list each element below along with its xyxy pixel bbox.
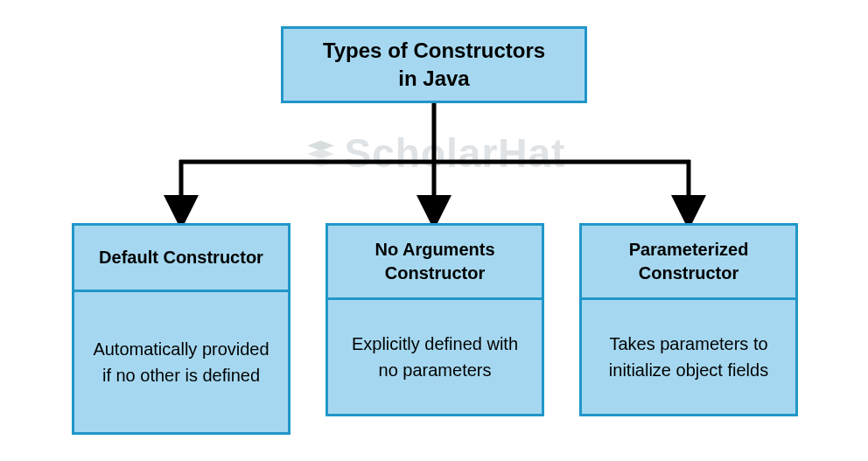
- diagram-container: ScholarHat Types of Constructors in Java…: [0, 0, 868, 461]
- root-title-line1: Types of Constructors: [323, 37, 545, 65]
- child-title: Default Constructor: [74, 226, 288, 292]
- child-box-no-args-constructor: No Arguments Constructor Explicitly defi…: [326, 223, 544, 416]
- child-title: No Arguments Constructor: [328, 226, 542, 300]
- root-box: Types of Constructors in Java: [281, 26, 587, 103]
- child-title: Parameterized Constructor: [582, 226, 795, 300]
- child-description: Takes parameters to initialize object fi…: [582, 300, 795, 414]
- child-description: Explicitly defined with no parameters: [328, 300, 542, 414]
- child-box-parameterized-constructor: Parameterized Constructor Takes paramete…: [579, 223, 798, 416]
- child-box-default-constructor: Default Constructor Automatically provid…: [72, 223, 290, 435]
- child-description: Automatically provided if no other is de…: [74, 292, 288, 432]
- root-title-line2: in Java: [398, 65, 469, 93]
